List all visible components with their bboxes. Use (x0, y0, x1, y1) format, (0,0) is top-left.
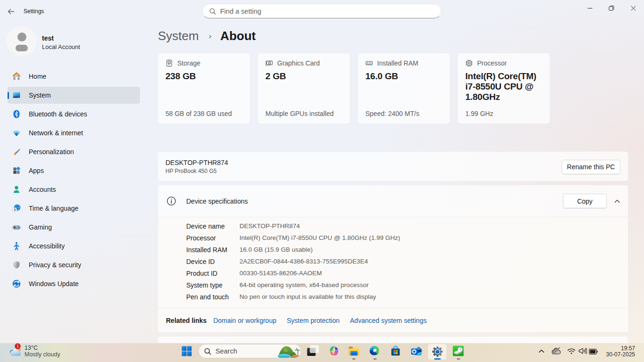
card-caption: 58 GB of 238 GB used (165, 110, 232, 117)
spec-value: 64-bit operating system, x64-based proce… (239, 281, 369, 288)
privacy-security-icon (12, 260, 21, 270)
taskbar: 1 13°C Mostly cloudy Search (0, 343, 644, 362)
minimize-icon (587, 6, 593, 11)
settings-active-indicator (434, 358, 441, 360)
task-view-button[interactable] (307, 345, 319, 356)
rename-pc-button[interactable]: Rename this PC (561, 160, 620, 174)
taskbar-search-icon (204, 348, 211, 355)
edge-icon[interactable] (369, 345, 380, 356)
device-name-panel: DESKTOP-PTHR874 HP ProBook 450 G5 Rename… (157, 151, 628, 181)
taskbar-clock[interactable]: 19:57 30-07-2025 (606, 346, 635, 358)
sidebar-item-bluetooth[interactable]: Bluetooth & devices (8, 106, 140, 123)
link-domain-or-workgroup[interactable]: Domain or workgroup (213, 317, 276, 324)
card-title: Processor (477, 59, 507, 67)
user-account-type: Local Account (42, 43, 80, 50)
spec-value: 16.0 GB (15.9 GB usable) (239, 246, 313, 253)
sidebar-item-time-language[interactable]: Time & language (8, 200, 140, 217)
spec-label: System type (186, 281, 239, 289)
summary-cards: Storage 238 GB 58 GB of 238 GB used Grap… (157, 53, 550, 124)
file-explorer-icon[interactable] (348, 346, 360, 356)
clock-time: 19:57 (606, 346, 635, 352)
device-specifications-header[interactable]: Device specifications Copy (158, 185, 628, 217)
search-input[interactable] (220, 8, 418, 15)
windows-update-icon (12, 279, 21, 288)
spec-label: Installed RAM (186, 246, 239, 254)
card-caption: Speed: 2400 MT/s (365, 110, 419, 117)
device-specifications-title: Device specifications (186, 197, 248, 205)
settings-search[interactable] (202, 4, 441, 18)
sidebar-item-windows-update[interactable]: Windows Update (8, 275, 140, 292)
close-icon (631, 6, 636, 11)
copilot-icon[interactable] (329, 346, 339, 356)
close-button[interactable] (622, 0, 644, 16)
graphics-card[interactable]: Graphics Card 2 GB Multiple GPUs install… (257, 53, 350, 124)
sidebar-item-accounts[interactable]: Accounts (8, 181, 140, 198)
sidebar-item-apps[interactable]: Apps (8, 162, 140, 179)
wifi-icon[interactable] (567, 348, 576, 354)
processor-card[interactable]: Processor Intel(R) Core(TM) i7-8550U CPU… (457, 53, 550, 124)
sidebar-item-label: Accounts (29, 186, 56, 193)
outlook-icon[interactable] (410, 346, 422, 357)
restore-button[interactable] (601, 0, 622, 16)
minimize-button[interactable] (579, 0, 601, 16)
sidebar-item-accessibility[interactable]: Accessibility (8, 238, 140, 255)
battery-icon[interactable] (589, 349, 598, 354)
speaker-icon[interactable] (578, 347, 587, 354)
device-specifications-panel: Device specifications Copy Device name D… (157, 185, 628, 333)
spec-row: Pen and touch No pen or touch input is a… (158, 291, 628, 303)
svg-text:1: 1 (17, 344, 19, 348)
apps-icon (12, 166, 21, 175)
sidebar-item-system[interactable]: System (8, 87, 140, 104)
sidebar-nav: Home System Bluetooth & devices (8, 68, 140, 294)
storage-card[interactable]: Storage 238 GB 58 GB of 238 GB used (157, 53, 250, 124)
partition-tool-icon[interactable] (453, 346, 464, 356)
spec-value: 00330-51435-86206-AAOEM (239, 270, 322, 277)
sidebar-item-label: Time & language (29, 205, 78, 212)
card-value: 2 GB (265, 71, 342, 82)
related-links-label: Related links (166, 317, 206, 324)
weather-temperature: 13°C (25, 345, 60, 351)
link-advanced-system-settings[interactable]: Advanced system settings (350, 317, 427, 324)
spec-label: Device ID (186, 258, 239, 265)
spec-value: 2A2ECB0F-0844-4386-8313-755E995DE3E4 (239, 258, 368, 265)
sidebar-item-label: Home (29, 73, 46, 80)
link-system-protection[interactable]: System protection (287, 317, 339, 324)
card-value: Intel(R) Core(TM) i7-8550U CPU @ 1.80GHz (465, 71, 542, 102)
avatar-body (16, 45, 28, 51)
breadcrumb: System › About (158, 28, 256, 44)
sidebar-item-label: Apps (29, 167, 44, 174)
sidebar-item-privacy[interactable]: Privacy & security (8, 256, 140, 273)
edge-running-indicator (373, 358, 377, 360)
sidebar-item-home[interactable]: Home (8, 68, 140, 85)
sidebar-item-label: Bluetooth & devices (29, 110, 87, 118)
breadcrumb-system[interactable]: System (158, 29, 199, 43)
sidebar-item-network[interactable]: Network & internet (8, 124, 140, 141)
spec-value: Intel(R) Core(TM) i7-8550U CPU @ 1.80GHz… (239, 234, 400, 241)
info-icon (167, 197, 176, 206)
back-button[interactable] (8, 8, 15, 15)
storage-icon (165, 59, 173, 67)
settings-gear-icon[interactable] (432, 346, 443, 357)
copy-button[interactable]: Copy (563, 194, 607, 208)
spec-row: Device name DESKTOP-PTHR874 (158, 220, 628, 232)
gaming-icon (12, 222, 21, 232)
taskbar-search[interactable]: Search (198, 344, 301, 358)
weather-widget[interactable]: 1 13°C Mostly cloudy (9, 344, 60, 358)
card-title: Installed RAM (377, 59, 418, 67)
tray-chevron-up-icon[interactable] (538, 349, 545, 353)
spec-row: System type 64-bit operating system, x64… (158, 279, 628, 291)
start-button[interactable] (182, 346, 192, 356)
chevron-up-icon[interactable] (614, 198, 620, 205)
sidebar-item-personalization[interactable]: Personalization (8, 143, 140, 160)
avatar[interactable] (7, 26, 37, 56)
device-model: HP ProBook 450 G5 (165, 168, 228, 174)
notification-badge: 1 (15, 343, 21, 349)
spec-row: Installed RAM 16.0 GB (15.9 GB usable) (158, 244, 628, 255)
taskbar-search-label: Search (215, 347, 277, 355)
app-title: Settings (24, 8, 44, 15)
microsoft-store-icon[interactable] (390, 346, 401, 356)
sidebar-item-label: Network & internet (29, 129, 83, 137)
sidebar-item-gaming[interactable]: Gaming (8, 219, 140, 236)
ram-card[interactable]: Installed RAM 16.0 GB Speed: 2400 MT/s (357, 53, 450, 124)
onedrive-paused-icon[interactable] (551, 347, 561, 355)
